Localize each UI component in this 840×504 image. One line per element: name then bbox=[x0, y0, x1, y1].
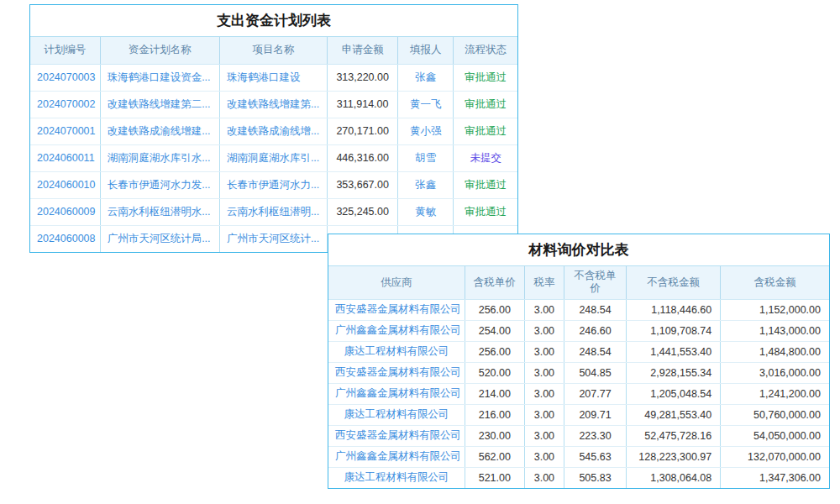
supplier-name-link[interactable]: 西安盛器金属材料有限公司 bbox=[328, 299, 465, 320]
tax-rate-cell: 3.00 bbox=[524, 362, 564, 383]
supplier-name-link[interactable]: 广州鑫鑫金属材料有限公司 bbox=[328, 446, 465, 467]
flow-status-badge: 未提交 bbox=[454, 144, 517, 171]
fund-plan-name-link[interactable]: 改建铁路线增建第二... bbox=[100, 91, 219, 118]
amount-without-tax-cell: 1,308,064.08 bbox=[627, 467, 721, 488]
fund-plan-name-link[interactable]: 珠海鹤港口建设资金... bbox=[100, 64, 219, 91]
plan-table-row: 2024070001 改建铁路成渝线增建... 改建铁路成渝线增... 270,… bbox=[30, 118, 517, 144]
price-without-tax-cell: 505.83 bbox=[564, 467, 626, 488]
project-name-link[interactable]: 改建铁路成渝线增... bbox=[219, 118, 327, 144]
column-header-flow-status: 流程状态 bbox=[454, 37, 517, 64]
price-with-tax-cell: 521.00 bbox=[465, 467, 524, 488]
flow-status-badge: 审批通过 bbox=[454, 198, 517, 225]
amount-with-tax-cell: 1,484,800.00 bbox=[721, 341, 829, 362]
quote-table-row: 西安盛器金属材料有限公司 230.00 3.00 223.30 52,475,7… bbox=[328, 425, 829, 446]
project-name-link[interactable]: 改建铁路线增建第... bbox=[219, 91, 327, 118]
plan-table-header-row: 计划编号 资金计划名称 项目名称 申请金额 填报人 流程状态 bbox=[30, 37, 517, 64]
supplier-name-link[interactable]: 广州鑫鑫金属材料有限公司 bbox=[328, 320, 465, 341]
material-quote-table: 供应商 含税单价 税率 不含税单价 不含税金额 含税金额 西安盛器金属材料有限公… bbox=[328, 266, 829, 488]
price-without-tax-cell: 223.30 bbox=[564, 425, 626, 446]
apply-amount-cell: 311,914.00 bbox=[328, 91, 398, 118]
column-header-amount-with-tax: 含税金额 bbox=[721, 266, 829, 299]
amount-with-tax-cell: 1,347,306.00 bbox=[721, 467, 829, 488]
price-with-tax-cell: 230.00 bbox=[465, 425, 524, 446]
amount-with-tax-cell: 1,241,200.00 bbox=[721, 383, 829, 404]
column-header-price-without-tax: 不含税单价 bbox=[564, 266, 626, 299]
reporter-cell: 黄小强 bbox=[398, 118, 454, 144]
amount-without-tax-cell: 2,928,155.34 bbox=[627, 362, 721, 383]
flow-status-badge: 审批通过 bbox=[454, 64, 517, 91]
reporter-cell: 黄敏 bbox=[398, 198, 454, 225]
tax-rate-cell: 3.00 bbox=[524, 320, 564, 341]
supplier-name-link[interactable]: 康达工程材料有限公司 bbox=[328, 404, 465, 425]
project-name-link[interactable]: 广州市天河区统计... bbox=[219, 225, 327, 252]
tax-rate-cell: 3.00 bbox=[524, 425, 564, 446]
plan-table-row: 2024060009 云南水利枢纽潜明水... 云南水利枢纽潜明... 325,… bbox=[30, 198, 517, 225]
quote-table-row: 广州鑫鑫金属材料有限公司 562.00 3.00 545.63 128,223,… bbox=[328, 446, 829, 467]
tax-rate-cell: 3.00 bbox=[524, 404, 564, 425]
fund-plan-name-link[interactable]: 长春市伊通河水力发... bbox=[100, 171, 219, 198]
apply-amount-cell: 446,316.00 bbox=[328, 144, 398, 171]
column-header-apply-amount: 申请金额 bbox=[328, 37, 398, 64]
flow-status-badge: 审批通过 bbox=[454, 118, 517, 144]
amount-without-tax-cell: 52,475,728.16 bbox=[627, 425, 721, 446]
reporter-cell: 胡雪 bbox=[398, 144, 454, 171]
material-quote-table-title: 材料询价对比表 bbox=[328, 234, 829, 266]
price-without-tax-cell: 545.63 bbox=[564, 446, 626, 467]
apply-amount-cell: 270,171.00 bbox=[328, 118, 398, 144]
column-header-price-with-tax: 含税单价 bbox=[465, 266, 524, 299]
project-name-link[interactable]: 珠海鹤港口建设 bbox=[219, 64, 327, 91]
amount-without-tax-cell: 1,109,708.74 bbox=[627, 320, 721, 341]
project-name-link[interactable]: 云南水利枢纽潜明... bbox=[219, 198, 327, 225]
fund-plan-name-link[interactable]: 湖南洞庭湖水库引水... bbox=[100, 144, 219, 171]
plan-id-link[interactable]: 2024070001 bbox=[30, 118, 100, 144]
fund-plan-name-link[interactable]: 云南水利枢纽潜明水... bbox=[100, 198, 219, 225]
amount-without-tax-cell: 1,441,553.40 bbox=[627, 341, 721, 362]
tax-rate-cell: 3.00 bbox=[524, 341, 564, 362]
plan-id-link[interactable]: 2024070003 bbox=[30, 64, 100, 91]
expenditure-plan-table: 计划编号 资金计划名称 项目名称 申请金额 填报人 流程状态 202407000… bbox=[30, 37, 517, 252]
apply-amount-cell: 325,245.00 bbox=[328, 198, 398, 225]
fund-plan-name-link[interactable]: 改建铁路成渝线增建... bbox=[100, 118, 219, 144]
plan-id-link[interactable]: 2024060011 bbox=[30, 144, 100, 171]
supplier-name-link[interactable]: 西安盛器金属材料有限公司 bbox=[328, 425, 465, 446]
plan-id-link[interactable]: 2024070002 bbox=[30, 91, 100, 118]
price-with-tax-cell: 520.00 bbox=[465, 362, 524, 383]
price-with-tax-cell: 562.00 bbox=[465, 446, 524, 467]
column-header-amount-without-tax: 不含税金额 bbox=[627, 266, 721, 299]
amount-without-tax-cell: 1,118,446.60 bbox=[627, 299, 721, 320]
plan-id-link[interactable]: 2024060010 bbox=[30, 171, 100, 198]
expenditure-plan-table-panel: 支出资金计划列表 计划编号 资金计划名称 项目名称 申请金额 填报人 流程状态 … bbox=[29, 4, 518, 253]
apply-amount-cell: 353,667.00 bbox=[328, 171, 398, 198]
apply-amount-cell: 313,220.00 bbox=[328, 64, 398, 91]
supplier-name-link[interactable]: 西安盛器金属材料有限公司 bbox=[328, 362, 465, 383]
project-name-link[interactable]: 湖南洞庭湖水库引... bbox=[219, 144, 327, 171]
column-header-supplier: 供应商 bbox=[328, 266, 465, 299]
fund-plan-name-link[interactable]: 广州市天河区统计局... bbox=[100, 225, 219, 252]
project-name-link[interactable]: 长春市伊通河水力... bbox=[219, 171, 327, 198]
quote-table-row: 康达工程材料有限公司 256.00 3.00 248.54 1,441,553.… bbox=[328, 341, 829, 362]
price-without-tax-cell: 248.54 bbox=[564, 341, 626, 362]
amount-with-tax-cell: 132,070,000.00 bbox=[721, 446, 829, 467]
quote-table-row: 西安盛器金属材料有限公司 256.00 3.00 248.54 1,118,44… bbox=[328, 299, 829, 320]
amount-without-tax-cell: 128,223,300.97 bbox=[627, 446, 721, 467]
supplier-name-link[interactable]: 广州鑫鑫金属材料有限公司 bbox=[328, 383, 465, 404]
plan-table-row: 2024070003 珠海鹤港口建设资金... 珠海鹤港口建设 313,220.… bbox=[30, 64, 517, 91]
material-quote-table-panel: 材料询价对比表 供应商 含税单价 税率 不含税单价 不含税金额 含税金额 西安盛… bbox=[328, 234, 830, 489]
column-header-tax-rate: 税率 bbox=[524, 266, 564, 299]
plan-table-row: 2024060011 湖南洞庭湖水库引水... 湖南洞庭湖水库引... 446,… bbox=[30, 144, 517, 171]
price-without-tax-cell: 209.71 bbox=[564, 404, 626, 425]
plan-table-row: 2024070002 改建铁路线增建第二... 改建铁路线增建第... 311,… bbox=[30, 91, 517, 118]
plan-id-link[interactable]: 2024060008 bbox=[30, 225, 100, 252]
supplier-name-link[interactable]: 康达工程材料有限公司 bbox=[328, 341, 465, 362]
amount-with-tax-cell: 50,760,000.00 bbox=[721, 404, 829, 425]
quote-table-row: 广州鑫鑫金属材料有限公司 214.00 3.00 207.77 1,205,04… bbox=[328, 383, 829, 404]
supplier-name-link[interactable]: 康达工程材料有限公司 bbox=[328, 467, 465, 488]
plan-id-link[interactable]: 2024060009 bbox=[30, 198, 100, 225]
column-header-price-without-tax-label: 不含税单价 bbox=[571, 270, 620, 295]
column-header-fund-plan-name: 资金计划名称 bbox=[100, 37, 219, 64]
price-with-tax-cell: 256.00 bbox=[465, 341, 524, 362]
price-with-tax-cell: 254.00 bbox=[465, 320, 524, 341]
amount-with-tax-cell: 1,143,000.00 bbox=[721, 320, 829, 341]
price-without-tax-cell: 246.60 bbox=[564, 320, 626, 341]
price-without-tax-cell: 207.77 bbox=[564, 383, 626, 404]
